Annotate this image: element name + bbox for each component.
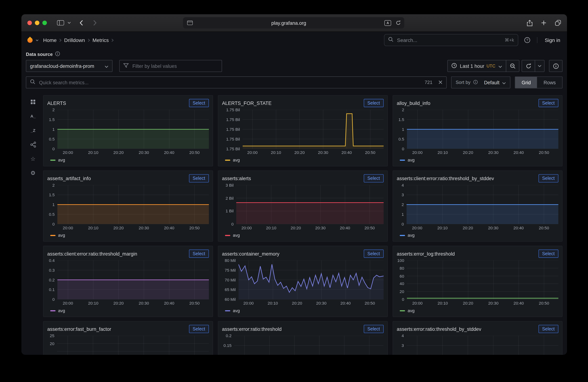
quick-search-input[interactable]: [38, 79, 422, 86]
org-chevron-icon[interactable]: [34, 35, 40, 45]
panel-select-button[interactable]: Select: [538, 249, 559, 258]
translate-icon[interactable]: A: [382, 18, 393, 28]
chart-plot[interactable]: [57, 185, 209, 224]
chart-plot[interactable]: [238, 260, 384, 299]
help-icon[interactable]: ?: [522, 35, 532, 45]
panel-header: ALERTS_FOR_STATE Select: [222, 98, 384, 108]
panel-title: alloy_build_info: [397, 100, 430, 106]
panel-chart: 21.510.50: [397, 110, 559, 149]
chart-plot[interactable]: [234, 336, 384, 355]
grafana-logo[interactable]: [26, 36, 34, 44]
legend-label[interactable]: avg: [233, 158, 240, 162]
view-toggle-rows[interactable]: Rows: [537, 77, 562, 88]
data-source-value: grafanacloud-demoinfra-prom: [30, 63, 94, 69]
metric-panel: asserts:container_memory Select 80 Mil75…: [218, 246, 388, 317]
share-network-icon[interactable]: [29, 141, 37, 149]
sidebar-chevron-icon[interactable]: [66, 18, 72, 28]
chart-plot[interactable]: [243, 110, 384, 149]
legend-label[interactable]: avg: [58, 308, 65, 313]
back-icon[interactable]: [76, 18, 87, 28]
metric-panel: asserts:error:ratio:threshold Select 0.2…: [218, 321, 388, 355]
panel-select-button[interactable]: Select: [364, 325, 384, 333]
address-bar[interactable]: play.grafana.org A: [183, 17, 404, 28]
clear-icon[interactable]: [439, 79, 443, 86]
chart-plot[interactable]: [57, 336, 209, 355]
chart-plot[interactable]: [57, 260, 209, 299]
refresh-interval-chevron[interactable]: [535, 60, 545, 72]
panel-select-button[interactable]: Select: [538, 174, 559, 183]
info-icon[interactable]: [55, 51, 60, 58]
data-source-picker[interactable]: grafanacloud-demoinfra-prom: [26, 60, 113, 72]
legend-label[interactable]: avg: [58, 233, 65, 237]
chart-plot[interactable]: [406, 336, 558, 355]
search-input[interactable]: [396, 37, 502, 43]
panel-select-button[interactable]: Select: [364, 174, 384, 183]
panel-select-button[interactable]: Select: [189, 325, 209, 333]
breadcrumb-sep-icon: [88, 38, 90, 42]
forward-icon[interactable]: [90, 18, 100, 28]
panel-info-icon[interactable]: [549, 60, 563, 72]
svg-text:?: ?: [526, 38, 528, 42]
legend-label[interactable]: avg: [408, 308, 415, 313]
sort-by-picker[interactable]: Sort by Default: [451, 76, 510, 88]
minimize-window-button[interactable]: [35, 21, 40, 25]
label-filter[interactable]: [119, 60, 222, 72]
panel-select-button[interactable]: Select: [189, 174, 209, 183]
global-search[interactable]: ⌘+k: [384, 34, 518, 46]
sort-az-icon[interactable]: A_: [29, 112, 37, 120]
refresh-icon[interactable]: [522, 60, 535, 72]
panel-select-button[interactable]: Select: [189, 249, 209, 258]
panel-select-button[interactable]: Select: [538, 325, 559, 333]
sign-in-button[interactable]: Sign in: [543, 37, 563, 43]
y-axis: 21.510.50: [47, 185, 57, 224]
panel-chart: 0.40.30.20.10: [47, 260, 209, 299]
legend-label[interactable]: avg: [233, 308, 240, 313]
chevron-down-icon: [498, 63, 502, 69]
breadcrumb-metrics[interactable]: Metrics: [92, 37, 109, 43]
panel-chart: 100806040200: [397, 260, 559, 299]
page-icon[interactable]: [185, 18, 195, 28]
x-axis: 20:0020:1020:2020:3020:4020:50: [57, 225, 209, 231]
data-source-label: Data source: [26, 52, 53, 57]
sort-za-icon[interactable]: _Z: [29, 126, 37, 134]
breadcrumb-home[interactable]: Home: [43, 37, 57, 43]
zoom-window-button[interactable]: [42, 21, 47, 25]
quick-search[interactable]: 721: [26, 76, 447, 88]
legend-swatch: [400, 235, 405, 236]
metric-panel: alloy_build_info Select 21.510.50 20:002…: [393, 95, 563, 166]
star-icon[interactable]: ☆: [29, 155, 37, 163]
panel-legend: avg: [222, 308, 384, 313]
chart-plot[interactable]: [236, 185, 384, 224]
chart-plot[interactable]: [406, 185, 558, 224]
reload-icon[interactable]: [393, 18, 403, 28]
results-count: 721: [424, 80, 432, 85]
time-range-picker[interactable]: Last 1 hour UTC: [447, 60, 506, 72]
chart-plot[interactable]: [407, 260, 558, 299]
panel-select-button[interactable]: Select: [538, 99, 559, 107]
chevron-down-icon: [502, 79, 506, 86]
chart-plot[interactable]: [57, 110, 209, 149]
legend-label[interactable]: avg: [233, 233, 240, 237]
sidebar-toggle-icon[interactable]: [55, 18, 66, 28]
view-toggle-grid[interactable]: Grid: [515, 77, 537, 88]
panel-select-button[interactable]: Select: [364, 99, 384, 107]
tabs-overview-icon[interactable]: [553, 18, 563, 28]
legend-label[interactable]: avg: [408, 158, 415, 162]
chart-plot[interactable]: [407, 110, 558, 149]
close-window-button[interactable]: [27, 21, 32, 25]
legend-label[interactable]: avg: [408, 233, 415, 237]
panel-header: asserts:container_memory Select: [222, 249, 384, 258]
zoom-out-icon[interactable]: [506, 60, 519, 72]
grid-layout-icon[interactable]: [29, 98, 37, 106]
breadcrumb-drilldown[interactable]: Drilldown: [64, 37, 85, 43]
legend-label[interactable]: avg: [58, 158, 65, 162]
new-tab-icon[interactable]: [539, 18, 549, 28]
label-filter-input[interactable]: [132, 63, 218, 69]
panel-select-button[interactable]: Select: [364, 249, 384, 258]
chevron-down-icon: [105, 63, 108, 69]
settings-icon[interactable]: ⚙: [29, 169, 37, 177]
panel-title: ALERTS: [47, 100, 66, 106]
panel-select-button[interactable]: Select: [189, 99, 209, 107]
breadcrumb-sep-icon: [111, 38, 113, 42]
share-icon[interactable]: [524, 18, 535, 28]
